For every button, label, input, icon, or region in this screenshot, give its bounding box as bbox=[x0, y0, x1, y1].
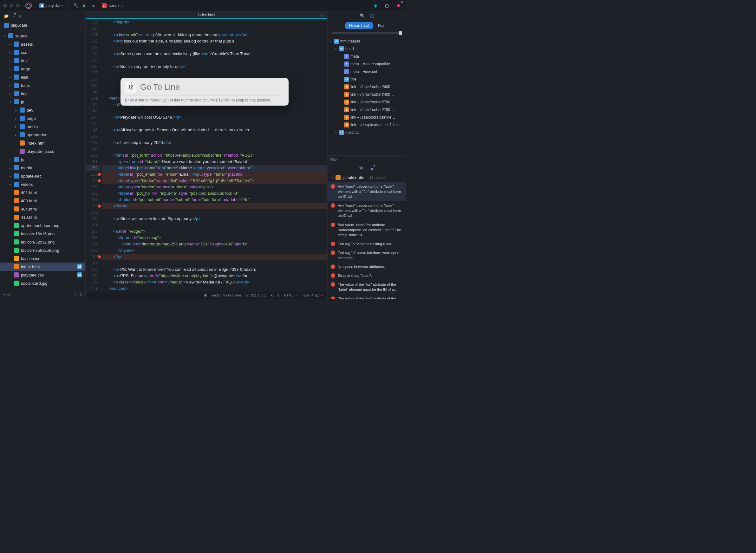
chevron-icon[interactable]: ▾ bbox=[8, 100, 12, 104]
line-number[interactable]: 145 bbox=[86, 121, 99, 127]
line-number[interactable]: 161 bbox=[86, 222, 99, 228]
dom-item[interactable]: ⎋link – /fonts/roobert/700… bbox=[327, 98, 406, 106]
goto-line-input[interactable] bbox=[140, 82, 284, 92]
line-number[interactable]: 140 bbox=[86, 89, 99, 95]
hierarchy-icon[interactable]: ⬚ bbox=[370, 13, 374, 18]
chevron-icon[interactable]: ▾ bbox=[334, 131, 338, 134]
code-line[interactable] bbox=[102, 209, 327, 216]
file-item[interactable]: favicon-256x256.png bbox=[0, 246, 85, 254]
code-line[interactable]: </form> bbox=[102, 203, 327, 209]
file-tree[interactable]: ▾source▸assets▸css▸dev▸edge▸elist▸fonts▸… bbox=[0, 30, 85, 290]
issue-item[interactable]: !Bad value "none" for attribute "autocom… bbox=[327, 220, 406, 239]
issues-warn-icon[interactable]: ▲ bbox=[369, 165, 375, 171]
code-line[interactable]: </a> bbox=[102, 254, 327, 260]
chevron-icon[interactable]: ▸ bbox=[8, 166, 12, 170]
file-item[interactable]: playdate.cssM bbox=[0, 271, 85, 279]
code-line[interactable]: <p>Stock will be very limited. Sign up e… bbox=[102, 216, 327, 222]
line-number[interactable]: 170 bbox=[86, 279, 99, 286]
code-line[interactable]: </figure> bbox=[102, 19, 327, 25]
issue-item[interactable]: !The value of the "for" attribute of the… bbox=[327, 294, 406, 299]
file-item[interactable]: index.htmlM bbox=[0, 262, 85, 271]
dom-item[interactable]: #meta – x-ua-compatible bbox=[327, 60, 406, 68]
line-number[interactable]: 152 bbox=[86, 165, 99, 171]
file-item[interactable]: favicon.ico bbox=[0, 254, 85, 262]
code-line[interactable]: <label id="pdt_name" for="name">Name <in… bbox=[102, 165, 327, 171]
folder-item[interactable]: ▸update-dec bbox=[0, 172, 85, 180]
tag-icon[interactable]: ◇ bbox=[74, 292, 77, 297]
file-item[interactable]: 401.html bbox=[0, 188, 85, 196]
error-marker[interactable] bbox=[98, 179, 101, 182]
line-number[interactable]: 136 bbox=[86, 63, 99, 70]
code-line[interactable]: <label id="pdt_hp" for="input-hp" style=… bbox=[102, 190, 327, 196]
folder-item[interactable]: ▸fonts bbox=[0, 81, 85, 89]
issues-file-header[interactable]: ▼ jp/index.html 11 issues bbox=[327, 173, 406, 182]
folder-item[interactable]: ▸dev bbox=[0, 106, 85, 114]
code-line[interactable]: <form id="pdt_form" action="https://exam… bbox=[102, 152, 327, 159]
chevron-icon[interactable]: ▸ bbox=[14, 108, 18, 112]
line-number[interactable]: 150 bbox=[86, 152, 99, 159]
file-item[interactable]: playdate-jp.css bbox=[0, 147, 85, 155]
line-number[interactable]: 160 bbox=[86, 216, 99, 222]
code-line[interactable]: </figure> bbox=[102, 247, 327, 254]
chevron-icon[interactable]: ▸ bbox=[8, 43, 12, 46]
chevron-icon[interactable]: ▾ bbox=[329, 40, 333, 43]
hierarchical-button[interactable]: Hierarchical bbox=[345, 22, 373, 29]
code-line[interactable]: <figure id="edge-mag"> bbox=[102, 235, 327, 241]
files-icon[interactable]: 📁 bbox=[4, 14, 9, 18]
zoom-window[interactable] bbox=[16, 4, 20, 8]
issue-item[interactable]: !End tag "a" violates nesting rules. bbox=[327, 239, 406, 248]
chevron-icon[interactable]: ▸ bbox=[8, 183, 12, 186]
nav-back[interactable]: ‹ bbox=[77, 23, 79, 27]
line-number[interactable]: 142 bbox=[86, 101, 99, 108]
file-item[interactable]: social-card.jpg bbox=[0, 279, 85, 287]
error-marker[interactable] bbox=[98, 173, 101, 176]
editor-filename[interactable]: index.html bbox=[198, 13, 215, 17]
line-number[interactable]: 165 bbox=[86, 247, 99, 254]
line-number[interactable]: 130 bbox=[86, 25, 99, 32]
code-line[interactable]: <p class="mediakit"><a href="/media/">Vi… bbox=[102, 279, 327, 286]
preview-icon[interactable]: ◉ bbox=[372, 2, 379, 9]
nav-forward[interactable]: › bbox=[80, 23, 81, 27]
folder-item[interactable]: ▸dev bbox=[0, 57, 85, 65]
folder-item[interactable]: ▸edge bbox=[0, 65, 85, 73]
line-number[interactable]: 148 bbox=[86, 140, 99, 146]
code-line[interactable]: <input type="hidden" name="list" value="… bbox=[102, 177, 327, 184]
project-tab[interactable]: ▣ play.date bbox=[36, 2, 66, 9]
line-number[interactable]: 163 bbox=[86, 235, 99, 241]
chevron-icon[interactable]: ▸ bbox=[14, 125, 18, 129]
code-content[interactable]: </figure> <p id="crank"><strong>We weren… bbox=[102, 19, 327, 291]
line-number[interactable]: 139 bbox=[86, 82, 99, 89]
gear-icon[interactable]: ⚙ bbox=[79, 292, 83, 297]
folder-item[interactable]: ▾source bbox=[0, 32, 85, 40]
dom-item[interactable]: ▾</html#teaser bbox=[327, 37, 406, 45]
issue-item[interactable]: !No space between attributes. bbox=[327, 262, 406, 271]
chevron-icon[interactable]: ▾ bbox=[334, 47, 338, 51]
line-number[interactable]: 167 bbox=[86, 260, 99, 266]
code-line[interactable] bbox=[102, 222, 327, 228]
chevron-icon[interactable]: ▸ bbox=[14, 117, 18, 120]
code-line[interactable] bbox=[102, 70, 327, 76]
chevron-icon[interactable]: ▸ bbox=[8, 67, 12, 71]
dom-filter-input[interactable] bbox=[330, 156, 403, 163]
file-item[interactable]: favicon-16x16.png bbox=[0, 230, 85, 238]
line-number[interactable]: 156 bbox=[86, 190, 99, 196]
code-line[interactable]: <p>It will ship in early 2020.</p> bbox=[102, 140, 327, 146]
grid-icon[interactable]: ⊞ bbox=[19, 14, 22, 18]
code-line[interactable]: <p>It flips out from the side, a rotatin… bbox=[102, 38, 327, 45]
code-line[interactable] bbox=[102, 108, 327, 114]
code-line[interactable]: <button id="pdt_submit" name="submit" fo… bbox=[102, 196, 327, 203]
dom-item[interactable]: ▾</noscript bbox=[327, 129, 406, 136]
status-indent[interactable]: Tabs (4 sp) ⌄ bbox=[302, 293, 323, 297]
folder-item[interactable]: ▸update-dec bbox=[0, 131, 85, 139]
file-item[interactable]: 410.html bbox=[0, 213, 85, 221]
line-number[interactable]: 149 bbox=[86, 146, 99, 152]
file-item[interactable]: apple-touch-icon.png bbox=[0, 221, 85, 230]
stop-button[interactable]: ■ bbox=[90, 2, 97, 9]
chevron-icon[interactable]: ▸ bbox=[8, 158, 12, 161]
line-gutter[interactable]: 1291301311321331341351361371381391401411… bbox=[86, 19, 102, 291]
dom-item[interactable]: #meta – viewport bbox=[327, 68, 406, 75]
line-number[interactable]: 162 bbox=[86, 228, 99, 235]
chevron-icon[interactable]: ▸ bbox=[8, 75, 12, 79]
chevron-icon[interactable]: ▸ bbox=[8, 51, 12, 54]
split-editor-icon[interactable]: ◫ bbox=[321, 13, 325, 17]
